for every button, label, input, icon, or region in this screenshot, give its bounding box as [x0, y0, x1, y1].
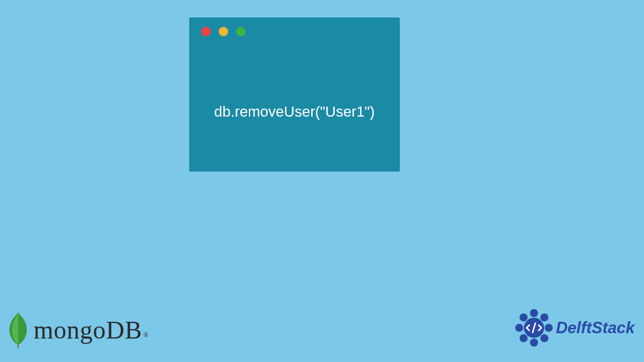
delftstack-badge-icon [515, 308, 553, 347]
mongodb-logo: mongoDB® [7, 311, 149, 349]
delftstack-logo: DelftStack [515, 308, 635, 347]
close-icon [201, 27, 211, 36]
mongodb-leaf-icon [7, 311, 30, 349]
svg-point-6 [515, 324, 523, 332]
svg-point-4 [530, 339, 538, 347]
maximize-icon [236, 27, 246, 36]
minimize-icon [219, 27, 228, 36]
svg-point-1 [540, 314, 548, 322]
svg-point-2 [545, 324, 553, 332]
code-line: db.removeUser("User1") [189, 103, 400, 121]
mongodb-wordmark: mongoDB® [34, 315, 149, 345]
svg-point-7 [519, 314, 527, 322]
svg-point-3 [540, 335, 548, 343]
mongodb-text: mongoDB [34, 316, 142, 344]
registered-mark: ® [144, 331, 149, 339]
svg-point-0 [530, 309, 538, 317]
code-window: db.removeUser("User1") [189, 17, 400, 172]
delftstack-wordmark: DelftStack [556, 318, 635, 337]
traffic-light-dots [201, 27, 246, 36]
svg-point-5 [519, 335, 527, 343]
